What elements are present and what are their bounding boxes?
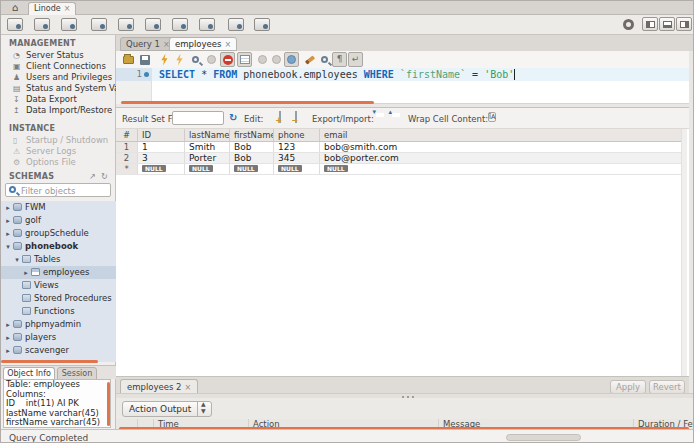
chevron-right-icon[interactable]: ▸ xyxy=(4,319,12,331)
home-icon[interactable]: ⌂ xyxy=(5,1,25,14)
object-info-vertical-scrollbar[interactable] xyxy=(107,382,110,426)
commit-transaction-icon[interactable] xyxy=(255,52,270,67)
column-header-phone[interactable]: phone xyxy=(274,129,320,141)
cell-null[interactable]: NULL xyxy=(274,164,320,174)
refresh-schemas-icon[interactable]: ↻ xyxy=(101,172,108,181)
add-record-icon[interactable] xyxy=(279,112,281,122)
table-row[interactable]: 1 1 Smith Bob 123 bob@smith.com xyxy=(116,142,687,153)
tree-item-schema-FWM[interactable]: ▸FWM xyxy=(1,201,116,214)
apply-button[interactable]: Apply xyxy=(610,380,646,394)
show-invisible-characters-icon[interactable]: ¶ xyxy=(332,52,347,67)
create-function-icon[interactable] xyxy=(172,18,188,31)
chevron-right-icon[interactable]: ▸ xyxy=(4,345,12,357)
chevron-right-icon[interactable]: ▸ xyxy=(4,215,12,227)
search-table-data-icon[interactable] xyxy=(228,18,244,31)
column-header-id[interactable]: ID xyxy=(138,129,185,141)
cell-email[interactable]: bob@porter.com xyxy=(320,153,687,163)
tree-item-functions-group[interactable]: Functions xyxy=(1,305,116,318)
chevron-down-icon[interactable]: ▾ xyxy=(13,254,21,266)
reconnect-server-icon[interactable] xyxy=(254,18,270,31)
dropdown-stepper[interactable]: ▲▼ xyxy=(197,402,211,416)
toggle-right-panel-icon[interactable] xyxy=(676,17,692,31)
column-header-lastname[interactable]: lastName xyxy=(185,129,230,141)
open-sql-script-icon[interactable] xyxy=(34,18,50,31)
sidebar-horizontal-scrollbar[interactable] xyxy=(1,360,98,363)
chevron-right-icon[interactable]: ▸ xyxy=(4,228,12,240)
column-header-rownum[interactable]: # xyxy=(116,129,138,141)
cell-id[interactable]: 1 xyxy=(138,142,185,152)
column-header-firstname[interactable]: firstName xyxy=(230,129,274,141)
tree-item-schema-players[interactable]: ▸players xyxy=(1,331,116,344)
column-header-email[interactable]: email xyxy=(320,129,687,141)
create-schema-icon[interactable] xyxy=(61,18,77,31)
new-sql-tab-icon[interactable] xyxy=(7,18,23,31)
sidebar-item-data-export[interactable]: ↧Data Export xyxy=(1,94,116,105)
delete-record-icon[interactable] xyxy=(295,112,297,122)
chevron-right-icon[interactable]: ▸ xyxy=(22,267,30,279)
cell-phone[interactable]: 123 xyxy=(274,142,320,152)
sidebar-item-startup-shutdown[interactable]: ▯Startup / Shutdown xyxy=(1,135,116,146)
stop-query-icon[interactable] xyxy=(204,52,219,67)
chevron-right-icon[interactable]: ▸ xyxy=(4,202,12,214)
create-procedure-icon[interactable] xyxy=(145,18,161,31)
cell-null[interactable]: NULL xyxy=(185,164,230,174)
chevron-right-icon[interactable]: ▸ xyxy=(4,332,12,344)
cell-firstname[interactable]: Bob xyxy=(230,142,274,152)
chevron-down-icon[interactable]: ▾ xyxy=(4,241,12,253)
tree-item-schema-scavenger[interactable]: ▸scavenger xyxy=(1,344,116,357)
cell-email[interactable]: bob@smith.com xyxy=(320,142,687,152)
sidebar-item-data-import[interactable]: ↥Data Import/Restore xyxy=(1,105,116,116)
tab-query-1[interactable]: Query 1× xyxy=(120,37,176,51)
wrap-cell-content-toggle-icon[interactable]: ĪA xyxy=(488,111,496,123)
tree-item-stored-procedures-group[interactable]: Stored Procedures xyxy=(1,292,116,305)
explain-plan-icon[interactable] xyxy=(188,52,203,67)
sidebar-item-system-variables[interactable]: ▤Status and System Variables xyxy=(1,83,116,94)
result-set-filter-input[interactable] xyxy=(172,111,224,125)
create-trigger-icon[interactable] xyxy=(199,18,215,31)
tree-item-schema-phonebook[interactable]: ▾phonebook xyxy=(1,240,116,253)
tree-item-schema-groupSchedule[interactable]: ▸groupSchedule xyxy=(1,227,116,240)
sidebar-item-server-logs[interactable]: ⚠Server Logs xyxy=(1,146,116,157)
output-selector-dropdown[interactable]: Action Output ▲▼ xyxy=(122,401,212,417)
tree-item-schema-golf[interactable]: ▸golf xyxy=(1,214,116,227)
tree-item-schema-phpmyadmin[interactable]: ▸phpmyadmin xyxy=(1,318,116,331)
create-view-icon[interactable] xyxy=(118,18,134,31)
close-icon[interactable]: × xyxy=(224,40,231,49)
beautify-sql-icon[interactable] xyxy=(302,52,317,67)
cell-id[interactable]: 3 xyxy=(138,153,185,163)
execute-sql-icon[interactable] xyxy=(157,52,172,67)
status-scrollbar-thumb[interactable] xyxy=(506,434,581,441)
toggle-left-panel-icon[interactable] xyxy=(642,17,658,31)
sql-code-area[interactable]: SELECT * FROM phonebook.employees WHERE … xyxy=(152,68,689,81)
cell-null[interactable]: NULL xyxy=(320,164,687,174)
rollback-transaction-icon[interactable] xyxy=(269,52,284,67)
cell-null[interactable]: NULL xyxy=(138,164,185,174)
save-script-icon[interactable] xyxy=(137,52,152,67)
refresh-results-icon[interactable]: ↻ xyxy=(229,112,237,124)
open-script-icon[interactable] xyxy=(121,52,136,67)
donut-menu-icon[interactable] xyxy=(623,19,634,30)
tab-employees[interactable]: employees× xyxy=(169,37,237,51)
execute-current-statement-icon[interactable] xyxy=(172,52,187,67)
cell-firstname[interactable]: Bob xyxy=(230,153,274,163)
limit-rows-icon[interactable] xyxy=(237,52,252,67)
result-grid-vertical-scrollbar[interactable] xyxy=(681,129,687,376)
toggle-autocommit-icon[interactable] xyxy=(284,52,299,67)
table-row[interactable]: 2 3 Porter Bob 345 bob@porter.com xyxy=(116,153,687,164)
wrap-text-icon[interactable]: ↵ xyxy=(348,52,363,67)
sidebar-item-client-connections[interactable]: ▣Client Connections xyxy=(1,61,116,72)
tree-item-views-group[interactable]: Views xyxy=(1,279,116,292)
sidebar-item-users-privileges[interactable]: ♟Users and Privileges xyxy=(1,72,116,83)
schema-filter-input[interactable] xyxy=(21,185,109,196)
close-icon[interactable]: × xyxy=(64,4,71,13)
sidebar-item-options-file[interactable]: ⚙Options File xyxy=(1,157,116,168)
create-table-icon[interactable] xyxy=(91,18,107,31)
revert-button[interactable]: Revert xyxy=(649,380,685,394)
table-row-new[interactable]: * NULL NULL NULL NULL NULL xyxy=(116,164,687,175)
tree-item-tables-group[interactable]: ▾Tables xyxy=(1,253,116,266)
cell-lastname[interactable]: Smith xyxy=(185,142,230,152)
editor-horizontal-scrollbar[interactable] xyxy=(121,101,374,104)
close-icon[interactable]: × xyxy=(185,383,192,392)
expand-schemas-icon[interactable]: ↗ xyxy=(89,172,96,181)
tree-item-table-employees[interactable]: ▸employees xyxy=(1,266,116,279)
